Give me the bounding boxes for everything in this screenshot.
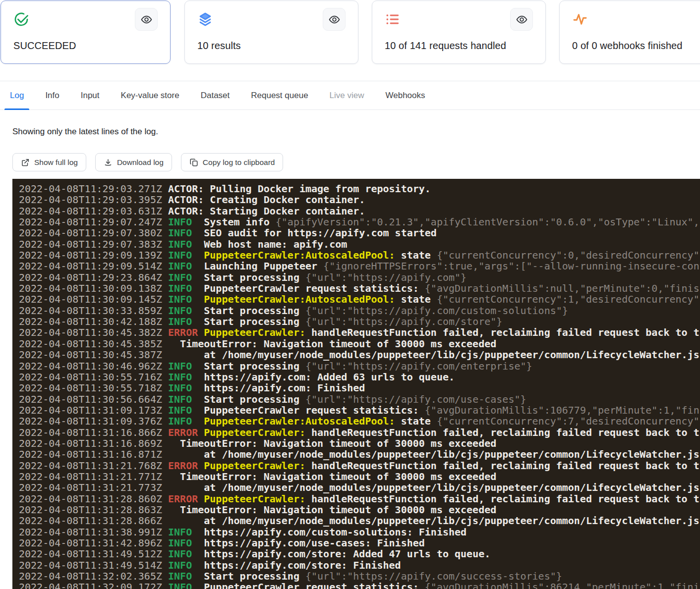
log-timestamp: 2022-04-08T11:31:28.866Z bbox=[19, 515, 168, 527]
log-level: ERROR bbox=[168, 493, 204, 505]
tab-live-view: Live view bbox=[324, 81, 370, 109]
log-level: INFO bbox=[168, 360, 204, 372]
log-viewer[interactable]: 2022-04-08T11:29:03.271ZACTOR: Pulling D… bbox=[12, 179, 700, 589]
log-segment: state bbox=[395, 249, 437, 261]
log-level: INFO bbox=[168, 293, 204, 305]
log-level: INFO bbox=[168, 227, 204, 239]
log-segment: SEO audit for https://apify.com started bbox=[204, 227, 437, 239]
tab-webhooks[interactable]: Webhooks bbox=[380, 81, 431, 109]
log-timestamp: 2022-04-08T11:30:42.188Z bbox=[19, 316, 168, 327]
log-segment: PuppeteerCrawler: bbox=[204, 326, 305, 338]
log-segment: state bbox=[395, 293, 437, 305]
eye-icon bbox=[516, 13, 528, 26]
log-segment: at /home/myuser/node_modules/puppeteer/l… bbox=[168, 482, 700, 493]
log-segment: Starting Docker container. bbox=[210, 205, 365, 217]
log-level: INFO bbox=[168, 305, 204, 317]
status-card-value: 10 of 141 requests handled bbox=[385, 40, 506, 52]
log-level: ERROR bbox=[168, 427, 204, 438]
log-segment: https://apify.com: Finished bbox=[204, 382, 365, 394]
log-segment: at /home/myuser/node_modules/puppeteer/l… bbox=[168, 349, 700, 361]
eye-toggle-button-status[interactable] bbox=[135, 8, 158, 31]
log-timestamp: 2022-04-08T11:29:07.383Z bbox=[19, 238, 168, 250]
log-segment: TimeoutError: Navigation timeout of 3000… bbox=[168, 338, 496, 350]
tab-info[interactable]: Info bbox=[40, 81, 64, 109]
log-segment: Launching Puppeteer bbox=[204, 260, 323, 272]
tab-request-queue[interactable]: Request queue bbox=[245, 81, 313, 109]
log-segment: https://apify.com/store: Finished bbox=[204, 559, 401, 571]
pulse-icon bbox=[572, 11, 588, 27]
download-log-button[interactable]: Download log bbox=[95, 153, 172, 171]
log-level: INFO bbox=[168, 260, 204, 272]
log-level: ACTOR: bbox=[168, 183, 210, 195]
tab-input[interactable]: Input bbox=[75, 81, 105, 109]
log-timestamp: 2022-04-08T11:31:21.771Z bbox=[19, 471, 168, 482]
log-line: 2022-04-08T11:30:45.385Z TimeoutError: N… bbox=[19, 338, 700, 349]
log-timestamp: 2022-04-08T11:30:09.138Z bbox=[19, 282, 168, 294]
log-line: 2022-04-08T11:31:21.768ZERROR PuppeteerC… bbox=[19, 460, 700, 471]
status-card-value: 10 results bbox=[197, 40, 241, 52]
log-line: 2022-04-08T11:31:28.860ZERROR PuppeteerC… bbox=[19, 493, 700, 504]
run-detail-screen: SUCCEEDED10 results10 of 141 requests ha… bbox=[0, 0, 700, 589]
log-actions-row: Show full logDownload logCopy log to cli… bbox=[12, 153, 283, 171]
log-line: 2022-04-08T11:31:16.869Z TimeoutError: N… bbox=[19, 438, 700, 449]
log-segment: PuppeteerCrawler: bbox=[204, 460, 305, 472]
log-line: 2022-04-08T11:31:09.376ZINFO PuppeteerCr… bbox=[19, 416, 700, 427]
log-line: 2022-04-08T11:31:49.512ZINFO https://api… bbox=[19, 548, 700, 559]
eye-toggle-button-requests[interactable] bbox=[510, 8, 533, 31]
log-note: Showing only the latest lines of the log… bbox=[12, 127, 158, 137]
log-timestamp: 2022-04-08T11:31:16.869Z bbox=[19, 437, 168, 449]
list-icon bbox=[385, 11, 401, 27]
log-level: INFO bbox=[168, 382, 204, 394]
status-card-webhooks: 0 of 0 webhooks finished bbox=[559, 0, 700, 64]
log-timestamp: 2022-04-08T11:29:23.864Z bbox=[19, 271, 168, 283]
log-level: INFO bbox=[168, 238, 204, 250]
log-timestamp: 2022-04-08T11:31:21.773Z bbox=[19, 482, 168, 493]
download-icon bbox=[104, 158, 113, 167]
log-timestamp: 2022-04-08T11:30:33.859Z bbox=[19, 305, 168, 317]
log-segment: Start processing bbox=[204, 316, 305, 327]
log-level: INFO bbox=[168, 371, 204, 383]
log-line: 2022-04-08T11:29:03.631ZACTOR: Starting … bbox=[19, 206, 700, 216]
log-segment: Web host name: apify.com bbox=[204, 238, 347, 250]
log-segment: Start processing bbox=[204, 393, 305, 405]
log-timestamp: 2022-04-08T11:31:09.173Z bbox=[19, 404, 168, 416]
log-line: 2022-04-08T11:30:09.138ZINFO PuppeteerCr… bbox=[19, 283, 700, 294]
log-segment: Creating Docker container. bbox=[210, 194, 365, 206]
eye-icon bbox=[140, 13, 153, 26]
log-segment: PuppeteerCrawler request statistics: bbox=[204, 404, 425, 416]
log-segment: {"avgDurationMillis":106779,"perMinute":… bbox=[425, 404, 700, 416]
copy-log-to-clipboard-button[interactable]: Copy log to clipboard bbox=[181, 153, 284, 171]
log-segment: https://apify.com/store: Added 47 urls t… bbox=[204, 548, 490, 560]
tab-key-value-store[interactable]: Key-value store bbox=[116, 81, 185, 109]
log-segment: {"avgDurationMillis":null,"perMinute":0,… bbox=[425, 282, 700, 294]
log-line: 2022-04-08T11:30:45.387Z at /home/myuser… bbox=[19, 349, 700, 360]
show-full-log-button[interactable]: Show full log bbox=[12, 153, 86, 171]
status-card-value: 0 of 0 webhooks finished bbox=[572, 40, 683, 52]
log-line: 2022-04-08T11:30:46.962ZINFO Start proce… bbox=[19, 361, 700, 372]
log-segment: System info bbox=[204, 216, 276, 228]
log-timestamp: 2022-04-08T11:30:56.664Z bbox=[19, 393, 168, 405]
log-line: 2022-04-08T11:31:21.773Z at /home/myuser… bbox=[19, 482, 700, 493]
log-segment: {"apifyVersion":"0.21.3","apifyClientVer… bbox=[276, 216, 700, 228]
log-timestamp: 2022-04-08T11:30:46.962Z bbox=[19, 360, 168, 372]
action-button-label: Download log bbox=[117, 158, 164, 167]
log-segment: at /home/myuser/node_modules/puppeteer/l… bbox=[168, 515, 700, 527]
log-timestamp: 2022-04-08T11:31:28.860Z bbox=[19, 493, 168, 505]
log-timestamp: 2022-04-08T11:31:16.871Z bbox=[19, 448, 168, 460]
log-segment: {"url":"https://apify.com/custom-solutio… bbox=[305, 305, 568, 317]
tab-dataset[interactable]: Dataset bbox=[195, 81, 235, 109]
eye-toggle-button-results[interactable] bbox=[323, 8, 346, 31]
log-segment: at /home/myuser/node_modules/puppeteer/l… bbox=[168, 448, 700, 460]
log-segment: PuppeteerCrawler: bbox=[204, 493, 305, 505]
log-segment: Pulling Docker image from repository. bbox=[210, 183, 431, 195]
log-timestamp: 2022-04-08T11:31:49.512Z bbox=[19, 548, 168, 560]
log-level: INFO bbox=[168, 282, 204, 294]
tab-log[interactable]: Log bbox=[4, 81, 29, 109]
log-line: 2022-04-08T11:31:21.771Z TimeoutError: N… bbox=[19, 471, 700, 482]
log-timestamp: 2022-04-08T11:29:09.514Z bbox=[19, 260, 168, 272]
eye-icon bbox=[328, 13, 341, 26]
log-timestamp: 2022-04-08T11:30:55.716Z bbox=[19, 371, 168, 383]
log-timestamp: 2022-04-08T11:31:09.376Z bbox=[19, 415, 168, 427]
check-circle-icon bbox=[13, 11, 29, 27]
log-timestamp: 2022-04-08T11:29:07.247Z bbox=[19, 216, 168, 228]
